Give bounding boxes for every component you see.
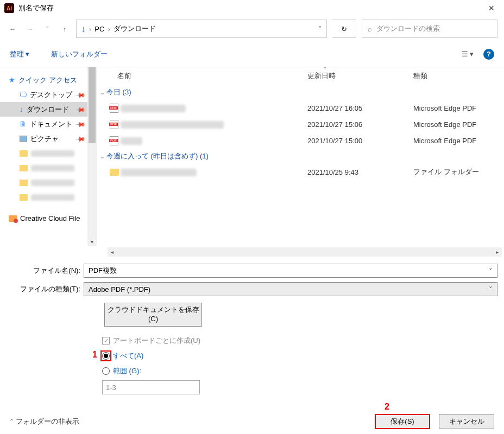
recent-chevron[interactable]: ˅: [41, 23, 53, 35]
column-headers[interactable]: 名前 ˅ 更新日時 種類: [97, 67, 504, 85]
checkbox-checked-icon: ✓: [102, 337, 110, 344]
sidebar-creative-cloud[interactable]: Creative Cloud File: [0, 211, 97, 226]
file-row[interactable]: 2021/10/27 15:00 Microsoft Edge PDF: [97, 132, 504, 149]
window-title: 別名で保存: [18, 3, 54, 13]
titlebar: Ai 別名で保存 ×: [0, 0, 504, 16]
radio-range-row[interactable]: 範囲 (G):: [102, 363, 497, 379]
dialog-bottom-bar: ˄ フォルダーの非表示 2 保存(S) キャンセル: [0, 409, 504, 434]
folder-icon: [110, 169, 119, 176]
column-kind[interactable]: 種類: [413, 71, 504, 81]
sidebar-item-blurred[interactable]: [0, 146, 97, 161]
close-icon[interactable]: ×: [483, 3, 500, 14]
creative-cloud-icon: [9, 215, 17, 222]
search-placeholder: ダウンロードの検索: [376, 24, 440, 34]
file-row[interactable]: 2021/10/27 16:05 Microsoft Edge PDF: [97, 100, 504, 116]
downloads-icon: ↓: [81, 23, 86, 35]
radio-range[interactable]: [102, 367, 110, 375]
sidebar-quick-access[interactable]: ★ クイック アクセス: [0, 73, 97, 87]
organize-menu[interactable]: 整理▾: [10, 49, 29, 59]
chevron-down-icon[interactable]: ˅: [489, 285, 493, 293]
filename-input[interactable]: PDF複数 ˅: [84, 264, 497, 278]
cancel-button[interactable]: キャンセル: [439, 414, 494, 429]
search-input[interactable]: ⌕ ダウンロードの検索: [362, 20, 497, 38]
range-input[interactable]: 1-3: [102, 380, 200, 394]
radio-all-row[interactable]: 1 すべて(A): [102, 348, 497, 363]
group-week[interactable]: ⌄ 今週に入って (昨日は含めず) (1): [97, 149, 504, 164]
address-dropdown-icon[interactable]: ˅: [318, 25, 322, 33]
scroll-left-icon[interactable]: ◂: [108, 247, 117, 257]
breadcrumb-pc[interactable]: PC: [94, 25, 104, 33]
pin-icon: 📌: [75, 89, 86, 100]
folder-icon: [20, 180, 28, 186]
hide-folders-toggle[interactable]: ˄ フォルダーの非表示: [10, 417, 79, 426]
filetype-select[interactable]: Adobe PDF (*.PDF) ˅: [84, 282, 497, 296]
file-row[interactable]: 2021/10/25 9:43 ファイル フォルダー: [97, 164, 504, 180]
sidebar: ★ クイック アクセス 🖵 デスクトップ 📌 ↓ ダウンロード 📌 🗎 ドキュメ…: [0, 67, 97, 246]
sidebar-pictures[interactable]: ピクチャ 📌: [0, 131, 97, 146]
sidebar-desktop[interactable]: 🖵 デスクトップ 📌: [0, 87, 97, 102]
pictures-icon: [20, 136, 27, 142]
download-icon: ↓: [20, 105, 23, 113]
sidebar-documents[interactable]: 🗎 ドキュメント 📌: [0, 117, 97, 131]
file-list: 名前 ˅ 更新日時 種類 ⌄ 今日 (3) 2021/10/27 16:05 M…: [97, 67, 504, 246]
sidebar-downloads[interactable]: ↓ ダウンロード 📌: [0, 102, 97, 117]
pdf-icon: [110, 136, 118, 145]
app-icon: Ai: [4, 3, 14, 13]
file-row[interactable]: 2021/10/27 15:06 Microsoft Edge PDF: [97, 116, 504, 132]
column-name[interactable]: 名前: [117, 71, 307, 81]
group-today[interactable]: ⌄ 今日 (3): [97, 85, 504, 100]
document-icon: 🗎: [20, 120, 27, 128]
pdf-icon: [110, 120, 118, 129]
annotation-2: 2: [385, 402, 389, 412]
chevron-down-icon: ⌄: [100, 153, 105, 160]
scroll-thumb[interactable]: [89, 67, 96, 143]
sidebar-item-blurred[interactable]: [0, 175, 97, 190]
toolbar: 整理▾ 新しいフォルダー ☰▾ ?: [0, 41, 504, 67]
new-folder-button[interactable]: 新しいフォルダー: [51, 49, 108, 59]
scroll-down-icon[interactable]: ▾: [87, 237, 97, 246]
sidebar-scrollbar[interactable]: ▴ ▾: [87, 67, 97, 246]
horizontal-scrollbar[interactable]: ◂ ▸: [108, 247, 502, 257]
address-bar[interactable]: ↓ › PC › ダウンロード ˅: [76, 20, 327, 38]
save-button[interactable]: 保存(S): [375, 414, 430, 429]
folder-icon: [20, 194, 28, 201]
column-date[interactable]: ˅ 更新日時: [307, 71, 413, 81]
sidebar-item-blurred[interactable]: [0, 161, 97, 175]
up-button[interactable]: ↑: [59, 23, 71, 35]
refresh-button[interactable]: ↻: [332, 20, 356, 38]
sort-desc-icon: ˅: [324, 67, 326, 73]
pdf-icon: [110, 104, 118, 113]
folder-icon: [20, 165, 28, 171]
chevron-down-icon: ⌄: [100, 89, 105, 96]
chevron-down-icon[interactable]: ˅: [489, 267, 493, 275]
filetype-label: ファイルの種類(T):: [7, 284, 84, 294]
view-options-button[interactable]: ☰▾: [462, 50, 474, 58]
sidebar-item-blurred[interactable]: [0, 190, 97, 205]
chevron-down-icon: ▾: [26, 50, 29, 58]
save-to-cloud-button[interactable]: クラウドドキュメントを保存(C): [104, 303, 202, 327]
artboard-checkbox-row: ✓ アートボードごとに作成(U): [102, 333, 497, 348]
folder-icon: [20, 150, 28, 157]
help-button[interactable]: ?: [483, 49, 494, 60]
pin-icon: 📌: [75, 118, 86, 130]
back-button[interactable]: ←: [7, 23, 18, 35]
forward-button: →: [24, 23, 36, 35]
filename-label: ファイル名(N):: [7, 266, 84, 276]
chevron-up-icon: ˄: [10, 418, 14, 426]
star-icon: ★: [9, 76, 15, 84]
nav-row: ← → ˅ ↑ ↓ › PC › ダウンロード ˅ ↻ ⌕ ダウンロードの検索: [0, 16, 504, 41]
breadcrumb-sep: ›: [89, 25, 91, 33]
search-icon: ⌕: [368, 25, 372, 33]
pin-icon: 📌: [75, 133, 86, 144]
annotation-highlight: [100, 350, 111, 361]
annotation-1: 1: [92, 350, 97, 360]
breadcrumb-sep: ›: [108, 25, 110, 33]
monitor-icon: 🖵: [20, 91, 27, 99]
breadcrumb-folder[interactable]: ダウンロード: [114, 24, 156, 34]
list-view-icon: ☰: [462, 50, 468, 58]
scroll-right-icon[interactable]: ▸: [493, 247, 502, 257]
pin-icon: 📌: [75, 104, 86, 115]
